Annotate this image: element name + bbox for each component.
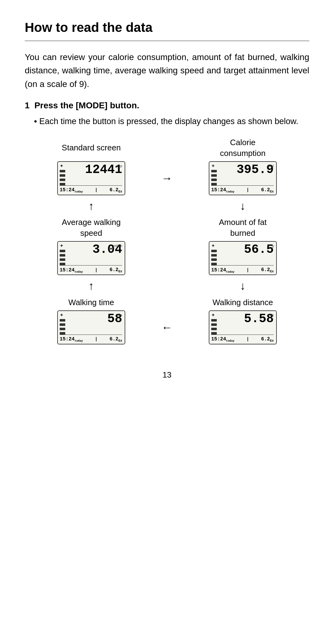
walking-time-label: Walking time: [68, 297, 114, 308]
lcd-bars-standard: ✦: [60, 164, 65, 185]
lcd-bars-calorie: ✦: [211, 164, 217, 185]
diagram: Standard screen Calorie consumption step…: [25, 137, 309, 344]
standard-time: 15:24today: [60, 187, 83, 194]
standard-screen: step ✦ 12441 15:24today: [57, 161, 125, 195]
avg-walking-screen: mile/h ✦ 3.04 15:24today: [57, 241, 125, 275]
walking-distance-screen: mile ✦ 5.58 15:24today: [209, 310, 277, 344]
avg-walking-label: Average walking speed: [62, 217, 121, 239]
arrow-up-left-2: ↑: [88, 276, 94, 296]
fat-burned-screen: g ✦ 56.5 15:24today: [209, 241, 277, 275]
arrow-down-right-2: ↓: [240, 276, 246, 296]
avg-walking-time: 15:24today: [60, 267, 83, 274]
page-number: 13: [25, 369, 309, 380]
lcd-bars-avg: ✦: [60, 244, 65, 265]
walking-time-ex: 6.2Ex: [109, 336, 122, 343]
step-number: 1: [25, 101, 30, 110]
arrow-up-left: ↑: [88, 197, 94, 216]
avg-walking-ex: 6.2Ex: [109, 266, 122, 274]
calorie-label: Calorie consumption: [220, 137, 265, 159]
standard-screen-label: Standard screen: [62, 142, 121, 153]
walking-time-screen: min ✦ 58 15:24today: [57, 310, 125, 344]
calorie-time: 15:24today: [211, 187, 234, 194]
lcd-bars-fat: ✦: [211, 244, 217, 265]
title-divider: [25, 41, 309, 41]
step1-heading: 1 Press the [MODE] button.: [25, 99, 309, 111]
calorie-screen: kcal ✦ 395.9 15:24today: [209, 161, 277, 195]
lcd-bars-walking-time: ✦: [60, 313, 65, 335]
bullet1: Each time the button is pressed, the dis…: [34, 115, 309, 128]
arrow-down-right-1: ↓: [240, 197, 246, 216]
walking-distance-label: Walking distance: [212, 297, 273, 308]
walking-distance-time: 15:24today: [211, 336, 234, 343]
intro-text: You can review your calorie consumption,…: [25, 50, 309, 91]
walking-time-time: 15:24today: [60, 336, 83, 343]
page-title: How to read the data: [25, 19, 309, 37]
fat-burned-label: Amount of fat burned: [219, 217, 267, 239]
lcd-bars-walking-dist: ✦: [211, 313, 217, 335]
step1-text: Press the [MODE] button.: [34, 101, 139, 110]
calorie-ex: 6.2Ex: [261, 187, 274, 194]
fat-burned-time: 15:24today: [211, 267, 234, 274]
arrow-right-1: →: [158, 171, 176, 186]
fat-burned-ex: 6.2Ex: [261, 266, 274, 274]
walking-distance-ex: 6.2Ex: [261, 336, 274, 343]
arrow-left-1: ←: [158, 320, 176, 335]
fat-burned-value: 56.5: [244, 244, 274, 256]
standard-ex: 6.2Ex: [109, 187, 122, 194]
